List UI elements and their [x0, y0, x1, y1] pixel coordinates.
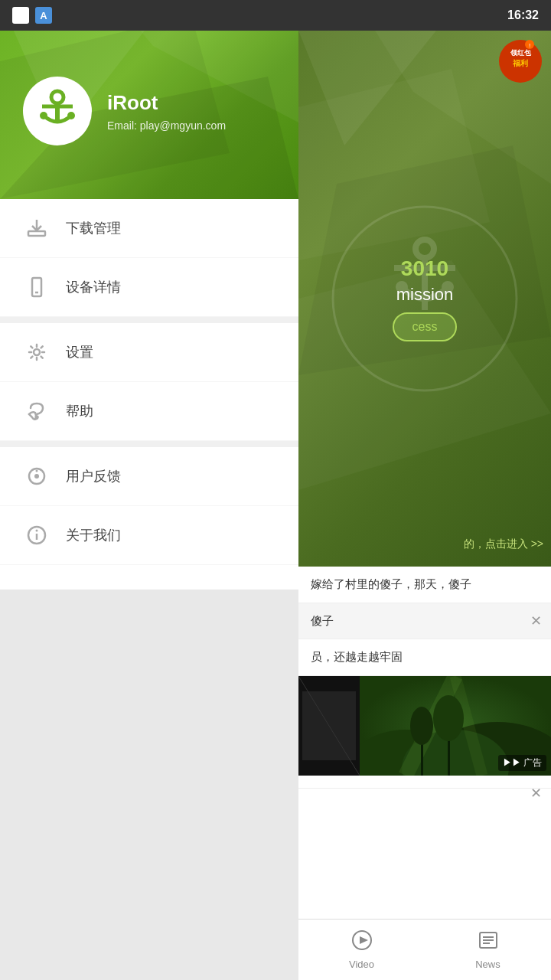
svg-rect-48 [28, 231, 45, 236]
menu-section-2: 设置 帮助 [0, 323, 298, 441]
svg-point-32 [410, 707, 433, 745]
menu-item-help[interactable]: 帮助 [0, 382, 298, 441]
nav-item-news[interactable]: News [425, 929, 551, 970]
menu-item-download[interactable]: 下载管理 [0, 199, 298, 258]
menu-label-settings: 设置 [66, 343, 93, 361]
svg-rect-1 [21, 10, 26, 15]
ad-label: ▶▶ 广告 [498, 755, 546, 771]
news-icon [478, 929, 499, 956]
menu-item-feedback[interactable]: 用户反馈 [0, 447, 298, 506]
bottom-content: 嫁给了村里的傻子，那天，傻子 傻子 ✕ 员，还越走越牢固 [298, 567, 551, 919]
drawer-menu: 下载管理 设备详情 [0, 199, 298, 590]
download-icon [23, 214, 51, 242]
feedback-icon [23, 462, 51, 490]
news-close-2[interactable]: ✕ [530, 785, 542, 802]
ad-label-word: 广告 [523, 757, 542, 768]
drawer-user-email: Email: play@mgyun.com [107, 119, 226, 132]
status-bar-left: A [12, 7, 52, 24]
ad-image-right: ▶▶ 广告 [360, 676, 551, 776]
news-item-2: 傻子 ✕ [298, 603, 551, 640]
menu-label-help: 帮助 [66, 402, 93, 420]
about-icon [23, 521, 51, 549]
news-text-3: 员，还越走越牢固 [311, 648, 539, 666]
status-time: 16:32 [507, 8, 539, 22]
svg-point-59 [36, 530, 38, 532]
menu-item-settings[interactable]: 设置 [0, 323, 298, 382]
svg-point-47 [67, 112, 75, 119]
main-content: 领红包 福利 ! 3010 mission cess 的，点击进入 >> 嫁给了… [298, 31, 551, 980]
svg-rect-0 [15, 10, 20, 15]
svg-point-30 [433, 695, 464, 741]
menu-divider-2 [0, 441, 298, 447]
drawer-app-name: iRoot [107, 91, 226, 115]
svg-rect-3 [21, 16, 26, 21]
svg-point-43 [51, 91, 64, 103]
settings-icon [23, 338, 51, 366]
menu-item-device[interactable]: 设备详情 [0, 258, 298, 317]
news-text-2: 傻子 [311, 612, 539, 630]
svg-rect-50 [32, 278, 41, 296]
nav-item-video[interactable]: Video [298, 929, 425, 970]
nav-label-news: News [475, 959, 500, 970]
news-close-1[interactable]: ✕ [530, 612, 542, 629]
bottom-nav: Video News [298, 919, 551, 980]
svg-text:!: ! [529, 42, 530, 49]
nav-label-video: Video [349, 959, 374, 970]
menu-label-device: 设备详情 [66, 278, 121, 296]
svg-point-46 [40, 112, 47, 119]
drawer: iRoot Email: play@mgyun.com 下载管理 [0, 0, 298, 980]
help-icon [23, 397, 51, 425]
click-hint: 的，点击进入 >> [464, 537, 543, 551]
menu-item-about[interactable]: 关于我们 [0, 506, 298, 565]
drawer-avatar [23, 77, 92, 145]
menu-label-about: 关于我们 [66, 526, 121, 544]
center-mission: mission [393, 285, 458, 305]
video-icon [351, 929, 373, 956]
green-area: 领红包 福利 ! 3010 mission cess 的，点击进入 >> [298, 31, 551, 567]
center-content: 3010 mission cess [377, 241, 473, 357]
menu-divider-1 [0, 317, 298, 323]
svg-text:福利: 福利 [512, 59, 528, 67]
status-bar: A 16:32 [0, 0, 551, 31]
news-item-3: 员，还越走越牢固 [298, 639, 551, 676]
ad-image-left [298, 676, 360, 776]
drawer-user-info: iRoot Email: play@mgyun.com [107, 91, 226, 132]
news-item-1: 嫁给了村里的傻子，那天，傻子 [298, 567, 551, 603]
svg-rect-2 [15, 16, 20, 21]
device-icon [23, 273, 51, 301]
promotion-badge[interactable]: 领红包 福利 ! [497, 38, 543, 84]
ad-banner: ▶▶ 广告 [298, 676, 551, 776]
svg-point-55 [34, 474, 39, 479]
drawer-footer [0, 590, 298, 980]
ad-label-text: ▶▶ [503, 757, 523, 768]
menu-section-1: 下载管理 设备详情 [0, 199, 298, 317]
input-method-icon: A [35, 7, 52, 24]
news-item-4: ✕ [298, 776, 551, 789]
menu-label-feedback: 用户反馈 [66, 467, 121, 485]
svg-point-52 [34, 349, 40, 355]
svg-marker-34 [360, 936, 368, 944]
news-text-1: 嫁给了村里的傻子，那天，傻子 [311, 576, 539, 593]
menu-label-download: 下载管理 [66, 219, 121, 237]
window-icon [12, 7, 29, 24]
center-number: 3010 [393, 256, 458, 281]
svg-text:领红包: 领红包 [510, 49, 532, 57]
menu-section-3: 用户反馈 关于我们 [0, 447, 298, 565]
center-button[interactable]: cess [393, 312, 458, 341]
